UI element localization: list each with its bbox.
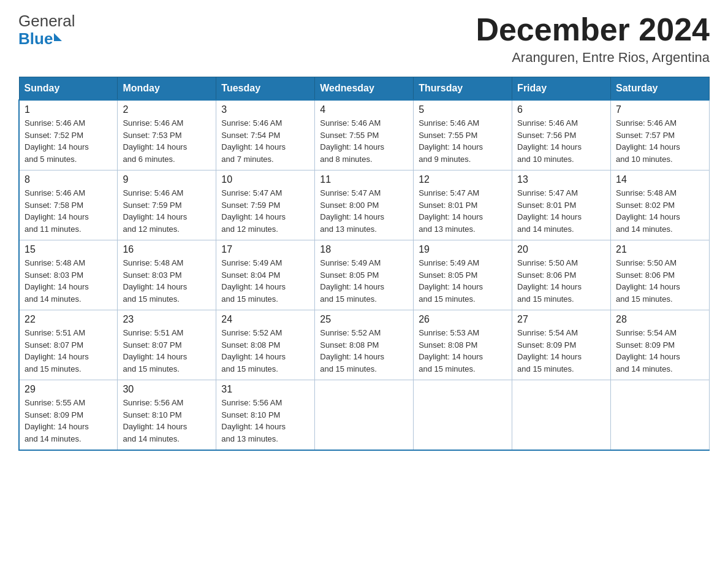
calendar-cell: 14 Sunrise: 5:48 AM Sunset: 8:02 PM Dayl… (611, 170, 710, 240)
day-info: Sunrise: 5:48 AM Sunset: 8:02 PM Dayligh… (616, 187, 704, 235)
calendar-cell: 10 Sunrise: 5:47 AM Sunset: 7:59 PM Dayl… (216, 170, 315, 240)
calendar-week-4: 22 Sunrise: 5:51 AM Sunset: 8:07 PM Dayl… (19, 310, 710, 380)
calendar-cell (315, 380, 414, 451)
calendar-cell: 18 Sunrise: 5:49 AM Sunset: 8:05 PM Dayl… (315, 240, 414, 310)
calendar-cell: 13 Sunrise: 5:47 AM Sunset: 8:01 PM Dayl… (512, 170, 611, 240)
col-thursday: Thursday (414, 77, 512, 101)
calendar-cell: 28 Sunrise: 5:54 AM Sunset: 8:09 PM Dayl… (611, 310, 710, 380)
day-number: 6 (517, 104, 605, 115)
day-number: 8 (25, 174, 112, 185)
day-info: Sunrise: 5:46 AM Sunset: 7:52 PM Dayligh… (25, 117, 112, 165)
calendar-cell: 2 Sunrise: 5:46 AM Sunset: 7:53 PM Dayli… (118, 100, 216, 170)
day-number: 24 (221, 314, 309, 325)
calendar-cell (512, 380, 611, 451)
day-info: Sunrise: 5:46 AM Sunset: 7:55 PM Dayligh… (320, 117, 408, 165)
calendar-cell: 20 Sunrise: 5:50 AM Sunset: 8:06 PM Dayl… (512, 240, 611, 310)
calendar-cell: 27 Sunrise: 5:54 AM Sunset: 8:09 PM Dayl… (512, 310, 611, 380)
calendar-cell: 30 Sunrise: 5:56 AM Sunset: 8:10 PM Dayl… (118, 380, 216, 451)
col-saturday: Saturday (611, 77, 710, 101)
day-info: Sunrise: 5:49 AM Sunset: 8:05 PM Dayligh… (419, 257, 507, 305)
day-info: Sunrise: 5:49 AM Sunset: 8:04 PM Dayligh… (221, 257, 309, 305)
day-number: 10 (221, 174, 309, 185)
calendar-header: Sunday Monday Tuesday Wednesday Thursday… (19, 77, 710, 101)
day-info: Sunrise: 5:47 AM Sunset: 8:01 PM Dayligh… (419, 187, 507, 235)
day-number: 16 (123, 244, 211, 255)
col-sunday: Sunday (19, 77, 118, 101)
col-wednesday: Wednesday (315, 77, 414, 101)
day-number: 26 (419, 314, 507, 325)
day-number: 19 (419, 244, 507, 255)
calendar-cell: 23 Sunrise: 5:51 AM Sunset: 8:07 PM Dayl… (118, 310, 216, 380)
day-info: Sunrise: 5:47 AM Sunset: 8:00 PM Dayligh… (320, 187, 408, 235)
calendar-cell: 19 Sunrise: 5:49 AM Sunset: 8:05 PM Dayl… (414, 240, 512, 310)
day-number: 31 (221, 384, 309, 395)
col-monday: Monday (118, 77, 216, 101)
day-number: 2 (123, 104, 211, 115)
calendar-cell: 24 Sunrise: 5:52 AM Sunset: 8:08 PM Dayl… (216, 310, 315, 380)
col-tuesday: Tuesday (216, 77, 315, 101)
day-number: 22 (25, 314, 112, 325)
calendar-cell: 9 Sunrise: 5:46 AM Sunset: 7:59 PM Dayli… (118, 170, 216, 240)
calendar-week-2: 8 Sunrise: 5:46 AM Sunset: 7:58 PM Dayli… (19, 170, 710, 240)
day-info: Sunrise: 5:47 AM Sunset: 7:59 PM Dayligh… (221, 187, 309, 235)
day-info: Sunrise: 5:46 AM Sunset: 7:55 PM Dayligh… (419, 117, 507, 165)
day-info: Sunrise: 5:46 AM Sunset: 7:53 PM Dayligh… (123, 117, 211, 165)
calendar-table: Sunday Monday Tuesday Wednesday Thursday… (18, 77, 710, 451)
day-number: 14 (616, 174, 704, 185)
calendar-cell: 26 Sunrise: 5:53 AM Sunset: 8:08 PM Dayl… (414, 310, 512, 380)
day-info: Sunrise: 5:50 AM Sunset: 8:06 PM Dayligh… (616, 257, 704, 305)
day-info: Sunrise: 5:52 AM Sunset: 8:08 PM Dayligh… (320, 327, 408, 375)
day-number: 9 (123, 174, 211, 185)
month-year-title: December 2024 (476, 12, 710, 47)
day-number: 29 (25, 384, 112, 395)
logo-blue-text: Blue (18, 30, 53, 48)
day-number: 4 (320, 104, 408, 115)
day-number: 11 (320, 174, 408, 185)
calendar-cell: 16 Sunrise: 5:48 AM Sunset: 8:03 PM Dayl… (118, 240, 216, 310)
day-info: Sunrise: 5:53 AM Sunset: 8:08 PM Dayligh… (419, 327, 507, 375)
calendar-body: 1 Sunrise: 5:46 AM Sunset: 7:52 PM Dayli… (19, 100, 710, 450)
day-info: Sunrise: 5:46 AM Sunset: 7:57 PM Dayligh… (616, 117, 704, 165)
day-info: Sunrise: 5:46 AM Sunset: 7:58 PM Dayligh… (25, 187, 112, 235)
day-number: 28 (616, 314, 704, 325)
day-info: Sunrise: 5:48 AM Sunset: 8:03 PM Dayligh… (123, 257, 211, 305)
page-header: General Blue December 2024 Aranguren, En… (18, 12, 710, 66)
day-info: Sunrise: 5:46 AM Sunset: 7:59 PM Dayligh… (123, 187, 211, 235)
calendar-cell: 4 Sunrise: 5:46 AM Sunset: 7:55 PM Dayli… (315, 100, 414, 170)
day-info: Sunrise: 5:48 AM Sunset: 8:03 PM Dayligh… (25, 257, 112, 305)
calendar-week-5: 29 Sunrise: 5:55 AM Sunset: 8:09 PM Dayl… (19, 380, 710, 451)
day-number: 5 (419, 104, 507, 115)
day-number: 21 (616, 244, 704, 255)
day-info: Sunrise: 5:46 AM Sunset: 7:54 PM Dayligh… (221, 117, 309, 165)
day-info: Sunrise: 5:51 AM Sunset: 8:07 PM Dayligh… (123, 327, 211, 375)
location-subtitle: Aranguren, Entre Rios, Argentina (476, 50, 710, 66)
calendar-cell (414, 380, 512, 451)
calendar-cell: 17 Sunrise: 5:49 AM Sunset: 8:04 PM Dayl… (216, 240, 315, 310)
calendar-cell: 3 Sunrise: 5:46 AM Sunset: 7:54 PM Dayli… (216, 100, 315, 170)
col-friday: Friday (512, 77, 611, 101)
calendar-week-1: 1 Sunrise: 5:46 AM Sunset: 7:52 PM Dayli… (19, 100, 710, 170)
calendar-cell: 22 Sunrise: 5:51 AM Sunset: 8:07 PM Dayl… (19, 310, 118, 380)
day-number: 17 (221, 244, 309, 255)
day-info: Sunrise: 5:46 AM Sunset: 7:56 PM Dayligh… (517, 117, 605, 165)
day-number: 7 (616, 104, 704, 115)
calendar-week-3: 15 Sunrise: 5:48 AM Sunset: 8:03 PM Dayl… (19, 240, 710, 310)
day-number: 27 (517, 314, 605, 325)
day-number: 25 (320, 314, 408, 325)
day-info: Sunrise: 5:50 AM Sunset: 8:06 PM Dayligh… (517, 257, 605, 305)
calendar-cell: 25 Sunrise: 5:52 AM Sunset: 8:08 PM Dayl… (315, 310, 414, 380)
day-info: Sunrise: 5:56 AM Sunset: 8:10 PM Dayligh… (221, 397, 309, 445)
day-number: 13 (517, 174, 605, 185)
day-info: Sunrise: 5:56 AM Sunset: 8:10 PM Dayligh… (123, 397, 211, 445)
calendar-cell: 6 Sunrise: 5:46 AM Sunset: 7:56 PM Dayli… (512, 100, 611, 170)
calendar-cell (611, 380, 710, 451)
day-number: 30 (123, 384, 211, 395)
calendar-cell: 7 Sunrise: 5:46 AM Sunset: 7:57 PM Dayli… (611, 100, 710, 170)
day-number: 20 (517, 244, 605, 255)
day-info: Sunrise: 5:54 AM Sunset: 8:09 PM Dayligh… (616, 327, 704, 375)
day-number: 3 (221, 104, 309, 115)
calendar-cell: 31 Sunrise: 5:56 AM Sunset: 8:10 PM Dayl… (216, 380, 315, 451)
day-info: Sunrise: 5:51 AM Sunset: 8:07 PM Dayligh… (25, 327, 112, 375)
day-info: Sunrise: 5:54 AM Sunset: 8:09 PM Dayligh… (517, 327, 605, 375)
calendar-cell: 8 Sunrise: 5:46 AM Sunset: 7:58 PM Dayli… (19, 170, 118, 240)
